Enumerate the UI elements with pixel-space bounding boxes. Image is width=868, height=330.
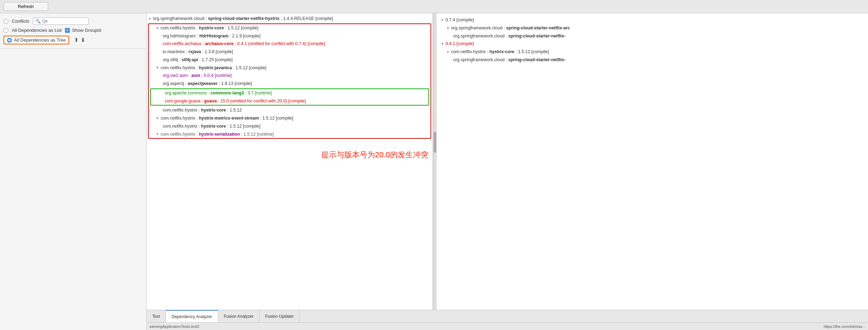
tree-item-text: com.netflix.hystrix : hystrix-core : 1.5…: [451, 49, 549, 55]
tab-dependency-analyzer-label: Dependency Analyzer: [171, 314, 212, 319]
all-deps-tree-option[interactable]: All Dependencies as Tree: [3, 36, 69, 44]
all-deps-tree-label: All Dependencies as Tree: [14, 37, 66, 43]
tree-item[interactable]: com.netflix.hystrix : hystrix-core : 1.5…: [439, 48, 865, 56]
show-groupid-label: Show GroupId: [72, 28, 101, 33]
tree-item-text-conflict: com.netflix.archaius : archaius-core : 0…: [163, 41, 325, 47]
search-icon: 🔍: [35, 19, 41, 24]
toolbar: Refresh: [0, 0, 868, 13]
tab-fusion-updater-label: Fusion Updater: [265, 314, 294, 319]
tree-item-text: com.netflix.hystrix : hystrix-javanica :…: [161, 65, 266, 71]
tree-item-text: org.apache.commons : commons-lang3 : 3.7…: [165, 90, 272, 96]
tree-arrow-icon[interactable]: [446, 26, 450, 31]
tree-arrow-icon[interactable]: [156, 116, 159, 121]
scroll-thumb[interactable]: [434, 132, 436, 153]
tree-item-text: io.reactivex : rxjava : 1.3.8 [compile]: [163, 49, 233, 55]
tree-item-text: org.hdrhistogram : HdrHistogram : 2.1.9 …: [163, 33, 260, 40]
status-right: https://the.com/int/mav...: [824, 324, 865, 329]
tab-fusion-updater[interactable]: Fusion Updater: [259, 310, 300, 322]
right-tree-area[interactable]: 0.7.4 [compile] org.springframework.clou…: [439, 15, 865, 65]
tree-item[interactable]: 0.7.4 [compile]: [439, 16, 865, 24]
tree-item-text: com.netflix.hystrix : hystrix-metrics-ev…: [161, 115, 293, 122]
tree-item-text: 0.4.1 [compile]: [446, 41, 474, 47]
tree-item-text: org.ow2.asm : asm : 5.0.4 [runtime]: [163, 72, 231, 79]
all-deps-list-row: All Dependencies as List Show GroupId: [3, 26, 143, 34]
tree-arrow-icon[interactable]: [441, 41, 444, 46]
tree-item[interactable]: org.springframework.cloud : spring-cloud…: [147, 15, 433, 23]
scrollbar[interactable]: [433, 13, 436, 310]
tree-item[interactable]: com.netflix.hystrix : hystrix-core : 1.5…: [149, 106, 431, 114]
tab-fusion-analyzer[interactable]: Fusion Analyzer: [218, 310, 259, 322]
tree-arrow-icon[interactable]: [148, 16, 152, 21]
tree-item[interactable]: org.ow2.asm : asm : 5.0.4 [runtime]: [149, 72, 431, 80]
sort-icons: ⬆ ⬇: [74, 37, 85, 43]
tree-arrow-icon[interactable]: [156, 26, 159, 31]
show-groupid-row: Show GroupId: [65, 28, 101, 33]
tree-item-red[interactable]: 0.4.1 [compile]: [439, 40, 865, 48]
tree-arrow-icon[interactable]: [156, 65, 159, 70]
tree-item-green[interactable]: org.apache.commons : commons-lang3 : 3.7…: [151, 89, 428, 97]
show-groupid-checkbox[interactable]: [65, 28, 70, 33]
conflicts-row: Conflicts 🔍: [3, 16, 143, 26]
refresh-button[interactable]: Refresh: [3, 2, 48, 11]
search-input[interactable]: [42, 19, 88, 24]
tree-item-text: org.aspectj : aspectjweaver : 1.8.13 [co…: [163, 80, 252, 87]
sort-ascending-icon[interactable]: ⬆: [74, 37, 79, 43]
tree-item[interactable]: org.aspectj : aspectjweaver : 1.8.13 [co…: [149, 80, 431, 88]
sort-descending-icon[interactable]: ⬇: [81, 37, 85, 43]
tree-item[interactable]: com.netflix.hystrix : hystrix-serializat…: [149, 130, 431, 138]
tree-item[interactable]: org.hdrhistogram : HdrHistogram : 2.1.9 …: [149, 32, 431, 40]
tab-text[interactable]: Text: [147, 310, 166, 322]
status-left: earningApplicationTests.test2: [149, 324, 199, 329]
tree-item-text-conflict: com.google.guava : guava : 15.0 (omitted…: [165, 98, 306, 105]
tree-item[interactable]: org.springframework.cloud : spring-cloud…: [439, 56, 865, 64]
conflicts-label: Conflicts: [12, 19, 29, 24]
status-bar: earningApplicationTests.test2 https://th…: [147, 322, 868, 330]
tree-item-text: org.springframework.cloud : spring-cloud…: [453, 33, 566, 40]
all-deps-tree-radio[interactable]: [7, 38, 12, 43]
tree-item-text: org.springframework.cloud : spring-cloud…: [451, 25, 570, 31]
left-tree-panel: org.springframework.cloud : spring-cloud…: [147, 13, 433, 310]
tree-item[interactable]: org.springframework.cloud : spring-cloud…: [439, 24, 865, 32]
tree-item[interactable]: org.springframework.cloud : spring-cloud…: [439, 32, 865, 40]
left-options-panel: Conflicts 🔍 All Dependencies as List Sho…: [0, 13, 147, 330]
tree-item-conflict[interactable]: com.google.guava : guava : 15.0 (omitted…: [151, 97, 428, 105]
tree-item-text: com.netflix.hystrix : hystrix-core : 1.5…: [163, 107, 242, 114]
tree-item-text: org.slf4j : slf4j-api : 1.7.25 [compile]: [163, 57, 233, 63]
tree-item[interactable]: com.netflix.hystrix : hystrix-javanica :…: [149, 64, 431, 72]
tree-item-text: org.springframework.cloud : spring-cloud…: [153, 15, 333, 22]
all-deps-list-radio[interactable]: [3, 28, 8, 33]
right-panel: 0.7.4 [compile] org.springframework.clou…: [436, 13, 868, 310]
tree-item-text: com.netflix.hystrix : hystrix-core : 1.5…: [163, 123, 260, 130]
red-border-section: com.netflix.hystrix : hystrix-core : 1.5…: [148, 23, 431, 139]
left-tree-area[interactable]: org.springframework.cloud : spring-cloud…: [147, 13, 433, 310]
search-box[interactable]: 🔍: [33, 17, 89, 25]
main-content: Conflicts 🔍 All Dependencies as List Sho…: [0, 13, 868, 330]
tree-item[interactable]: com.netflix.hystrix : hystrix-core : 1.5…: [149, 122, 431, 130]
all-deps-tree-row: All Dependencies as Tree ⬆ ⬇: [3, 34, 143, 46]
options-area: Conflicts 🔍 All Dependencies as List Sho…: [0, 13, 146, 49]
tree-item[interactable]: com.netflix.hystrix : hystrix-core : 1.5…: [149, 24, 431, 32]
tree-item[interactable]: io.reactivex : rxjava : 1.3.8 [compile]: [149, 48, 431, 56]
bottom-tabs: Text Dependency Analyzer Fusion Analyzer…: [147, 310, 868, 322]
tab-dependency-analyzer[interactable]: Dependency Analyzer: [166, 310, 218, 322]
tree-arrow-icon[interactable]: [446, 49, 450, 55]
tree-item-text: org.springframework.cloud : spring-cloud…: [453, 57, 566, 63]
conflicts-radio[interactable]: [3, 19, 8, 24]
tree-item-text: 0.7.4 [compile]: [446, 17, 474, 23]
tree-arrow-icon[interactable]: [441, 17, 444, 23]
all-deps-list-label: All Dependencies as List: [12, 28, 61, 33]
green-border-section: org.apache.commons : commons-lang3 : 3.7…: [150, 88, 429, 106]
tree-item-text: com.netflix.hystrix : hystrix-serializat…: [161, 131, 274, 138]
tree-item-conflict[interactable]: com.netflix.archaius : archaius-core : 0…: [149, 40, 431, 48]
tree-item-text: com.netflix.hystrix : hystrix-core : 1.5…: [161, 25, 258, 31]
tab-text-label: Text: [152, 314, 160, 319]
tree-item[interactable]: org.slf4j : slf4j-api : 1.7.25 [compile]: [149, 56, 431, 64]
tree-item[interactable]: com.netflix.hystrix : hystrix-metrics-ev…: [149, 114, 431, 122]
tree-arrow-icon[interactable]: [156, 131, 159, 137]
tab-fusion-analyzer-label: Fusion Analyzer: [224, 314, 253, 319]
